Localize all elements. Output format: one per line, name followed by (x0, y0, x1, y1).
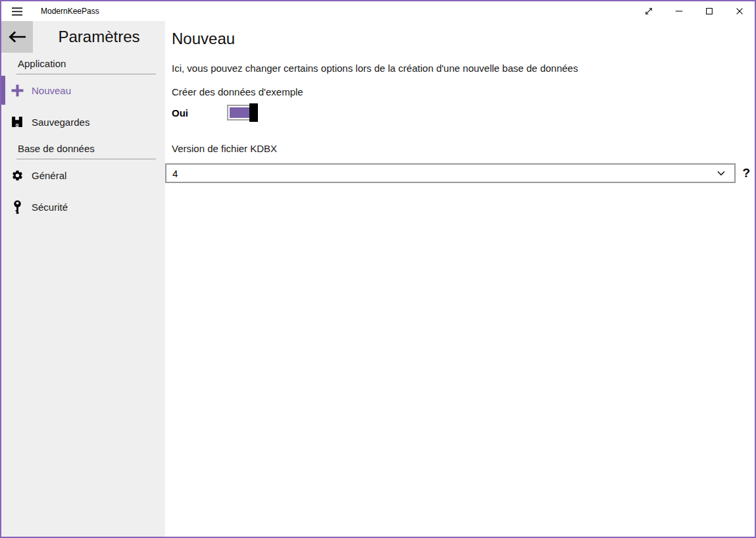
minimize-icon (674, 7, 684, 16)
kdbx-version-row: 4 ? (165, 163, 755, 183)
diagonal-arrows-icon (644, 7, 653, 16)
kdbx-version-label: Version de fichier KDBX (172, 144, 755, 154)
sidebar-item-label: Général (32, 170, 66, 181)
sample-data-toggle-row: Oui (165, 103, 755, 122)
plus-icon (3, 84, 32, 97)
save-icon (3, 116, 32, 128)
sidebar-item-label: Nouveau (32, 85, 71, 96)
key-icon (3, 200, 32, 214)
sample-data-label: Créer des données d'exemple (172, 87, 755, 97)
maximize-icon (705, 7, 714, 16)
maximize-button[interactable] (694, 1, 724, 21)
sidebar-item-securite[interactable]: Sécurité (1, 191, 165, 223)
close-icon (735, 7, 744, 16)
toggle-thumb[interactable] (249, 103, 258, 122)
settings-sidebar: Paramètres Application Nouveau (1, 21, 165, 537)
settings-page-nouveau: Nouveau Ici, vous pouvez changer certain… (165, 21, 755, 537)
window-title: ModernKeePass (41, 7, 99, 16)
sidebar-item-nouveau[interactable]: Nouveau (1, 74, 165, 106)
gear-icon (3, 169, 32, 182)
sidebar-item-label: Sécurité (32, 202, 68, 213)
page-title: Nouveau (172, 30, 755, 48)
back-arrow-icon (9, 31, 26, 43)
sidebar-item-general[interactable]: Général (1, 159, 165, 191)
toggle-state-label: Oui (172, 107, 227, 119)
section-label-base-de-donnees: Base de données (16, 143, 156, 159)
app-window: ModernKeePass (0, 0, 756, 538)
sidebar-item-sauvegardes[interactable]: Sauvegardes (1, 106, 165, 138)
section-label-application: Application (16, 58, 156, 74)
app-body: Paramètres Application Nouveau (1, 21, 755, 537)
sidebar-item-label: Sauvegardes (32, 117, 89, 128)
kdbx-version-combobox[interactable]: 4 (165, 163, 736, 183)
close-button[interactable] (724, 1, 755, 21)
fullscreen-button[interactable] (634, 1, 664, 21)
combobox-selected-value: 4 (166, 168, 716, 179)
help-button[interactable]: ? (742, 166, 750, 180)
chevron-down-icon (716, 168, 726, 178)
back-button[interactable] (1, 21, 33, 53)
menu-button[interactable] (1, 1, 33, 21)
page-description: Ici, vous pouvez changer certains option… (172, 63, 748, 74)
titlebar: ModernKeePass (1, 1, 755, 21)
hamburger-icon (12, 7, 22, 16)
minimize-button[interactable] (664, 1, 694, 21)
window-controls (634, 1, 755, 21)
sidebar-header: Paramètres (1, 21, 165, 53)
sample-data-toggle[interactable] (227, 105, 257, 121)
sidebar-title: Paramètres (33, 28, 165, 46)
